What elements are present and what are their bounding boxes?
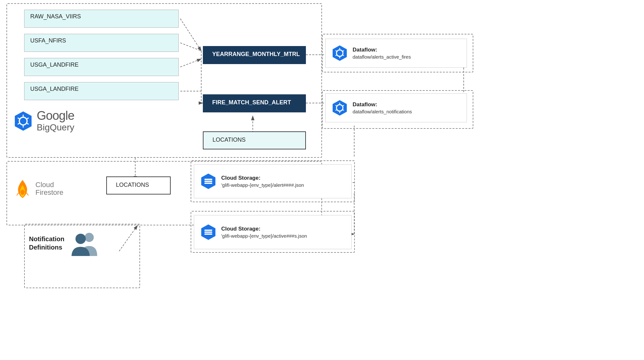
svg-point-45 (21, 190, 24, 195)
svg-rect-48 (204, 181, 212, 182)
notification-box: Notification Definitions (29, 230, 99, 256)
svg-marker-37 (15, 111, 32, 131)
locations-fs-label: LOCATIONS (116, 182, 149, 188)
usga-landfire1-label: USGA_LANDFIRE (30, 62, 79, 68)
storage-top-icon (200, 173, 217, 190)
svg-marker-29 (333, 100, 347, 116)
fire-match-box: FIRE_MATCH_SEND_ALERT (203, 94, 306, 112)
storage-bottom-title: Cloud Storage: (221, 226, 307, 232)
storage-top-path: 'glifi-webapp-{env_type}/alert####.json (221, 182, 304, 188)
usfa-nfirs-box: USFA_NFIRS (24, 34, 179, 52)
bigquery-logo: Google BigQuery (13, 109, 74, 133)
dataflow-top-box: Dataflow: dataflow/alerts_active_fires (325, 39, 467, 68)
svg-rect-47 (204, 179, 212, 180)
locations-bq-label: LOCATIONS (213, 137, 246, 143)
dataflow-top-icon (331, 45, 348, 62)
svg-rect-49 (204, 183, 212, 184)
raw-nasa-viirs-box: RAW_NASA_VIIRS (24, 10, 179, 28)
yearrange-label: YEARRANGE_MONTHLY_MTRL (212, 51, 300, 57)
storage-top-box: Cloud Storage: 'glifi-webapp-{env_type}/… (194, 164, 352, 198)
firestore-logo: Cloud Firestore (13, 179, 63, 199)
dataflow-top-path: dataflow/alerts_active_fires (353, 54, 411, 60)
usga-landfire2-label: USGA_LANDFIRE (30, 86, 79, 92)
yearrange-box: YEARRANGE_MONTHLY_MTRL (203, 46, 306, 64)
raw-nasa-label: RAW_NASA_VIIRS (30, 13, 81, 20)
bigquery-text: BigQuery (37, 122, 74, 133)
svg-marker-21 (333, 45, 347, 61)
storage-bottom-icon (200, 224, 217, 241)
firestore-icon (13, 179, 32, 199)
users-icon (70, 230, 99, 256)
dataflow-bottom-box: Dataflow: dataflow/alerts_notifications (325, 93, 467, 122)
notification-title-line2: Definitions (29, 244, 62, 251)
dataflow-bottom-path: dataflow/alerts_notifications (353, 109, 412, 114)
storage-bottom-box: Cloud Storage: 'glifi-webapp-{env_type}/… (194, 215, 352, 249)
storage-bottom-path: 'glifi-webapp-{env_type}/active###s.json (221, 233, 307, 239)
svg-rect-51 (204, 230, 212, 231)
usfa-nfirs-label: USFA_NFIRS (30, 37, 66, 44)
diagram-container: RAW_NASA_VIIRS USFA_NFIRS USGA_LANDFIRE … (0, 0, 644, 360)
dataflow-top-title: Dataflow: (353, 47, 411, 53)
notification-title-line1: Notification (29, 235, 64, 242)
bigquery-icon (13, 111, 33, 131)
dataflow-bottom-title: Dataflow: (353, 101, 412, 108)
svg-rect-52 (204, 232, 212, 233)
google-text: Google (37, 109, 74, 122)
cloud-text: Cloud (35, 181, 63, 188)
storage-top-title: Cloud Storage: (221, 175, 304, 181)
usga-landfire2-box: USGA_LANDFIRE (24, 82, 179, 100)
svg-point-55 (75, 234, 86, 244)
fire-match-label: FIRE_MATCH_SEND_ALERT (212, 99, 291, 106)
svg-rect-53 (204, 233, 212, 235)
dataflow-bottom-icon (331, 99, 348, 116)
locations-bq-box: LOCATIONS (203, 131, 306, 149)
svg-point-54 (85, 233, 94, 242)
usga-landfire1-box: USGA_LANDFIRE (24, 58, 179, 76)
locations-fs-box: LOCATIONS (106, 176, 171, 194)
firestore-text: Firestore (35, 188, 63, 197)
